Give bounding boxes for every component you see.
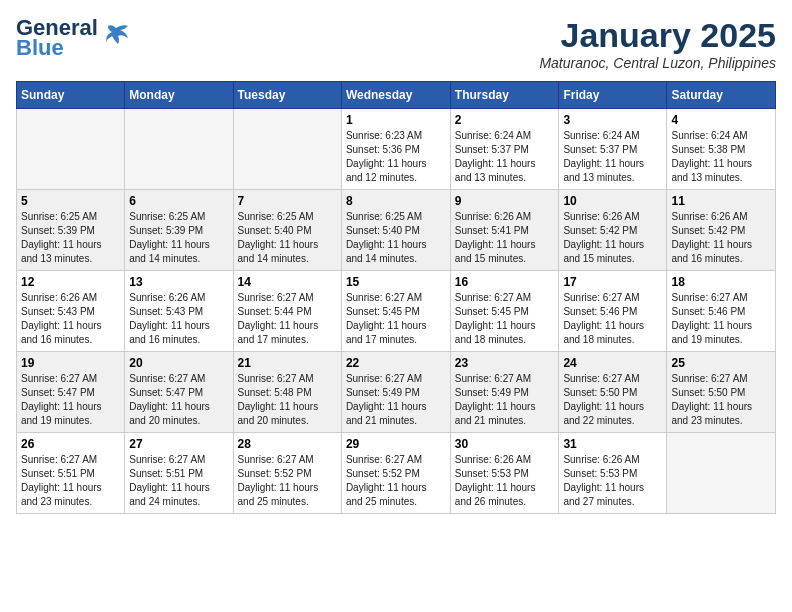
day-number: 9: [455, 194, 555, 208]
day-number: 11: [671, 194, 771, 208]
calendar-header-row: SundayMondayTuesdayWednesdayThursdayFrid…: [17, 82, 776, 109]
header-saturday: Saturday: [667, 82, 776, 109]
calendar-cell: 17Sunrise: 6:27 AM Sunset: 5:46 PM Dayli…: [559, 271, 667, 352]
day-info: Sunrise: 6:24 AM Sunset: 5:38 PM Dayligh…: [671, 129, 771, 185]
header-sunday: Sunday: [17, 82, 125, 109]
calendar-cell: 12Sunrise: 6:26 AM Sunset: 5:43 PM Dayli…: [17, 271, 125, 352]
day-number: 29: [346, 437, 446, 451]
day-number: 8: [346, 194, 446, 208]
month-title: January 2025: [539, 16, 776, 55]
header-wednesday: Wednesday: [341, 82, 450, 109]
day-info: Sunrise: 6:23 AM Sunset: 5:36 PM Dayligh…: [346, 129, 446, 185]
day-number: 19: [21, 356, 120, 370]
day-info: Sunrise: 6:25 AM Sunset: 5:40 PM Dayligh…: [238, 210, 337, 266]
day-info: Sunrise: 6:27 AM Sunset: 5:52 PM Dayligh…: [238, 453, 337, 509]
day-number: 1: [346, 113, 446, 127]
calendar-week-row: 19Sunrise: 6:27 AM Sunset: 5:47 PM Dayli…: [17, 352, 776, 433]
day-info: Sunrise: 6:27 AM Sunset: 5:51 PM Dayligh…: [21, 453, 120, 509]
day-info: Sunrise: 6:25 AM Sunset: 5:39 PM Dayligh…: [129, 210, 228, 266]
day-info: Sunrise: 6:26 AM Sunset: 5:53 PM Dayligh…: [563, 453, 662, 509]
day-number: 20: [129, 356, 228, 370]
logo-bird-icon: [102, 22, 130, 54]
day-number: 30: [455, 437, 555, 451]
calendar-cell: 21Sunrise: 6:27 AM Sunset: 5:48 PM Dayli…: [233, 352, 341, 433]
calendar-cell: 22Sunrise: 6:27 AM Sunset: 5:49 PM Dayli…: [341, 352, 450, 433]
calendar-cell: 8Sunrise: 6:25 AM Sunset: 5:40 PM Daylig…: [341, 190, 450, 271]
calendar-cell: [125, 109, 233, 190]
day-number: 2: [455, 113, 555, 127]
day-info: Sunrise: 6:27 AM Sunset: 5:46 PM Dayligh…: [671, 291, 771, 347]
day-info: Sunrise: 6:27 AM Sunset: 5:45 PM Dayligh…: [346, 291, 446, 347]
day-info: Sunrise: 6:27 AM Sunset: 5:46 PM Dayligh…: [563, 291, 662, 347]
day-number: 27: [129, 437, 228, 451]
calendar-cell: 26Sunrise: 6:27 AM Sunset: 5:51 PM Dayli…: [17, 433, 125, 514]
calendar-cell: 25Sunrise: 6:27 AM Sunset: 5:50 PM Dayli…: [667, 352, 776, 433]
day-number: 22: [346, 356, 446, 370]
day-info: Sunrise: 6:26 AM Sunset: 5:43 PM Dayligh…: [21, 291, 120, 347]
calendar-cell: 28Sunrise: 6:27 AM Sunset: 5:52 PM Dayli…: [233, 433, 341, 514]
calendar-cell: 11Sunrise: 6:26 AM Sunset: 5:42 PM Dayli…: [667, 190, 776, 271]
day-info: Sunrise: 6:27 AM Sunset: 5:49 PM Dayligh…: [455, 372, 555, 428]
calendar-cell: [667, 433, 776, 514]
day-info: Sunrise: 6:27 AM Sunset: 5:48 PM Dayligh…: [238, 372, 337, 428]
calendar-week-row: 26Sunrise: 6:27 AM Sunset: 5:51 PM Dayli…: [17, 433, 776, 514]
day-number: 16: [455, 275, 555, 289]
day-number: 25: [671, 356, 771, 370]
calendar-cell: 31Sunrise: 6:26 AM Sunset: 5:53 PM Dayli…: [559, 433, 667, 514]
day-info: Sunrise: 6:27 AM Sunset: 5:44 PM Dayligh…: [238, 291, 337, 347]
day-info: Sunrise: 6:27 AM Sunset: 5:47 PM Dayligh…: [21, 372, 120, 428]
day-number: 15: [346, 275, 446, 289]
day-number: 18: [671, 275, 771, 289]
calendar-cell: 19Sunrise: 6:27 AM Sunset: 5:47 PM Dayli…: [17, 352, 125, 433]
day-info: Sunrise: 6:27 AM Sunset: 5:50 PM Dayligh…: [671, 372, 771, 428]
calendar-week-row: 12Sunrise: 6:26 AM Sunset: 5:43 PM Dayli…: [17, 271, 776, 352]
day-info: Sunrise: 6:25 AM Sunset: 5:40 PM Dayligh…: [346, 210, 446, 266]
title-block: January 2025 Maturanoc, Central Luzon, P…: [539, 16, 776, 71]
calendar-cell: 9Sunrise: 6:26 AM Sunset: 5:41 PM Daylig…: [450, 190, 559, 271]
calendar-cell: 15Sunrise: 6:27 AM Sunset: 5:45 PM Dayli…: [341, 271, 450, 352]
calendar-cell: 7Sunrise: 6:25 AM Sunset: 5:40 PM Daylig…: [233, 190, 341, 271]
calendar-cell: 14Sunrise: 6:27 AM Sunset: 5:44 PM Dayli…: [233, 271, 341, 352]
day-number: 6: [129, 194, 228, 208]
calendar-cell: 30Sunrise: 6:26 AM Sunset: 5:53 PM Dayli…: [450, 433, 559, 514]
day-number: 4: [671, 113, 771, 127]
logo: General Blue: [16, 16, 130, 60]
location: Maturanoc, Central Luzon, Philippines: [539, 55, 776, 71]
day-info: Sunrise: 6:27 AM Sunset: 5:49 PM Dayligh…: [346, 372, 446, 428]
calendar-week-row: 1Sunrise: 6:23 AM Sunset: 5:36 PM Daylig…: [17, 109, 776, 190]
day-number: 13: [129, 275, 228, 289]
day-number: 26: [21, 437, 120, 451]
calendar-cell: [233, 109, 341, 190]
calendar-cell: 10Sunrise: 6:26 AM Sunset: 5:42 PM Dayli…: [559, 190, 667, 271]
day-number: 12: [21, 275, 120, 289]
day-number: 10: [563, 194, 662, 208]
day-info: Sunrise: 6:26 AM Sunset: 5:41 PM Dayligh…: [455, 210, 555, 266]
calendar-cell: 13Sunrise: 6:26 AM Sunset: 5:43 PM Dayli…: [125, 271, 233, 352]
day-info: Sunrise: 6:26 AM Sunset: 5:42 PM Dayligh…: [671, 210, 771, 266]
day-number: 24: [563, 356, 662, 370]
day-info: Sunrise: 6:27 AM Sunset: 5:51 PM Dayligh…: [129, 453, 228, 509]
calendar-cell: 5Sunrise: 6:25 AM Sunset: 5:39 PM Daylig…: [17, 190, 125, 271]
day-number: 17: [563, 275, 662, 289]
calendar-cell: 18Sunrise: 6:27 AM Sunset: 5:46 PM Dayli…: [667, 271, 776, 352]
day-number: 31: [563, 437, 662, 451]
day-info: Sunrise: 6:27 AM Sunset: 5:50 PM Dayligh…: [563, 372, 662, 428]
calendar-cell: 16Sunrise: 6:27 AM Sunset: 5:45 PM Dayli…: [450, 271, 559, 352]
day-number: 3: [563, 113, 662, 127]
calendar-week-row: 5Sunrise: 6:25 AM Sunset: 5:39 PM Daylig…: [17, 190, 776, 271]
page-header: General Blue January 2025 Maturanoc, Cen…: [16, 16, 776, 71]
calendar-cell: 2Sunrise: 6:24 AM Sunset: 5:37 PM Daylig…: [450, 109, 559, 190]
logo-blue: Blue: [16, 36, 98, 60]
day-number: 14: [238, 275, 337, 289]
day-info: Sunrise: 6:25 AM Sunset: 5:39 PM Dayligh…: [21, 210, 120, 266]
calendar-cell: 3Sunrise: 6:24 AM Sunset: 5:37 PM Daylig…: [559, 109, 667, 190]
day-number: 5: [21, 194, 120, 208]
calendar-cell: 24Sunrise: 6:27 AM Sunset: 5:50 PM Dayli…: [559, 352, 667, 433]
calendar-cell: 1Sunrise: 6:23 AM Sunset: 5:36 PM Daylig…: [341, 109, 450, 190]
calendar-cell: 23Sunrise: 6:27 AM Sunset: 5:49 PM Dayli…: [450, 352, 559, 433]
day-info: Sunrise: 6:26 AM Sunset: 5:42 PM Dayligh…: [563, 210, 662, 266]
day-number: 7: [238, 194, 337, 208]
header-monday: Monday: [125, 82, 233, 109]
day-number: 21: [238, 356, 337, 370]
day-number: 28: [238, 437, 337, 451]
